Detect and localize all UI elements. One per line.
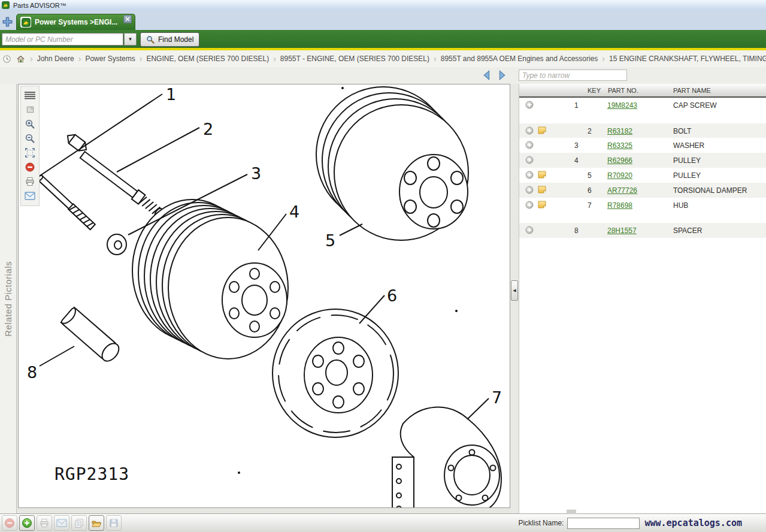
expand-row-icon[interactable]	[525, 126, 534, 135]
model-search-input[interactable]	[2, 33, 123, 46]
diagram-callout-8[interactable]: 8	[27, 363, 37, 382]
part-key: 6	[588, 183, 602, 195]
diagram-callout-1[interactable]: 1	[166, 85, 176, 104]
breadcrumb-8955t-engine[interactable]: 8955T - ENGINE, OEM (SERIES 700 DIESEL)	[280, 55, 429, 63]
model-dropdown-button[interactable]: ▼	[124, 33, 137, 46]
table-row[interactable]: 7 R78698 HUB	[519, 198, 766, 223]
part-spacer	[60, 307, 122, 364]
table-row[interactable]: 1 19M8243 CAP SCREW	[519, 98, 766, 123]
picklist-name-label: Picklist Name:	[518, 519, 564, 527]
picklist-name-input[interactable]	[567, 518, 640, 529]
narrow-filter-input[interactable]	[519, 69, 627, 81]
zoom-out-icon[interactable]	[23, 132, 37, 144]
add-icon[interactable]	[19, 515, 35, 531]
part-name: BOLT	[673, 123, 691, 135]
print-icon[interactable]	[37, 515, 52, 531]
note-icon[interactable]	[538, 186, 546, 194]
zoom-in-icon[interactable]	[23, 117, 37, 130]
john-deere-logo-icon	[20, 17, 31, 28]
expand-row-icon[interactable]	[525, 186, 534, 194]
part-name: HUB	[673, 198, 688, 210]
breadcrumb-engine-oem[interactable]: ENGINE, OEM (SERIES 700 DIESEL)	[146, 55, 269, 63]
save-icon[interactable]	[106, 515, 122, 531]
part-name: WASHER	[673, 138, 704, 150]
part-number-link[interactable]: R63325	[607, 138, 667, 150]
breadcrumb-separator: ›	[602, 54, 605, 64]
expand-row-icon[interactable]	[525, 226, 534, 234]
note-icon[interactable]	[538, 126, 546, 134]
home-button[interactable]	[16, 55, 26, 64]
part-key: 1	[574, 98, 589, 110]
close-icon[interactable]	[123, 15, 132, 23]
breadcrumb-crankshaft-section[interactable]: 15 ENGINE CRANKSHAFT, FLYWHEEL, TIMING	[609, 55, 766, 63]
breadcrumb-separator: ›	[30, 54, 33, 64]
remove-icon[interactable]	[23, 161, 37, 173]
table-row[interactable]: 6 AR77726 TORSIONAL DAMPER	[519, 183, 766, 198]
forward-arrow-icon[interactable]	[496, 69, 509, 81]
table-header: KEY PART NO. PART NAME	[519, 84, 766, 98]
part-number-link[interactable]: R63182	[607, 123, 667, 135]
breadcrumb-8955t-accessories[interactable]: 8955T and 8955A OEM Engines and Accessor…	[441, 55, 598, 63]
open-folder-icon[interactable]	[89, 515, 104, 531]
report-icon[interactable]	[71, 515, 87, 531]
part-torsional-damper	[273, 309, 398, 437]
diagram-callout-3[interactable]: 3	[251, 164, 261, 183]
pictorial-icon[interactable]	[23, 103, 37, 116]
zoom-fit-icon[interactable]	[23, 146, 37, 159]
menu-icon[interactable]	[23, 89, 37, 101]
part-number-link[interactable]: 19M8243	[607, 98, 667, 110]
part-key: 7	[588, 198, 602, 210]
table-row[interactable]: 5 R70920 PULLEY	[519, 168, 766, 183]
part-number-link[interactable]: R70920	[607, 168, 667, 180]
related-pictorials-label: Related Pictorials	[3, 261, 13, 337]
email-icon[interactable]	[23, 189, 37, 202]
note-icon[interactable]	[538, 171, 546, 179]
resize-grip[interactable]	[567, 510, 576, 513]
table-row[interactable]: 2 R63182 BOLT	[519, 123, 766, 138]
expand-row-icon[interactable]	[525, 156, 534, 164]
part-key: 3	[574, 138, 589, 150]
collapse-panel-icon[interactable]: ◀	[511, 280, 518, 301]
table-row[interactable]: 4 R62966 PULLEY	[519, 153, 766, 168]
find-model-button[interactable]: Find Model	[140, 32, 199, 47]
part-washer	[107, 234, 126, 255]
part-number-link[interactable]: R78698	[607, 198, 667, 210]
note-icon[interactable]	[538, 201, 546, 208]
part-name: TORSIONAL DAMPER	[673, 183, 747, 195]
expand-row-icon[interactable]	[525, 201, 534, 209]
home-icon	[16, 55, 26, 64]
part-stud	[37, 174, 95, 230]
diagram-callout-6[interactable]: 6	[387, 286, 397, 305]
parts-table: KEY PART NO. PART NAME 1 19M8243 CAP SCR…	[519, 84, 766, 513]
find-model-label: Find Model	[158, 35, 193, 44]
part-number-link[interactable]: AR77726	[607, 183, 667, 195]
breadcrumb-john-deere[interactable]: John Deere	[37, 55, 74, 63]
table-row[interactable]: 3 R63325 WASHER	[519, 138, 766, 153]
breadcrumb-separator: ›	[78, 54, 81, 64]
table-row[interactable]: 8 28H1557 SPACER	[519, 223, 766, 238]
remove-icon[interactable]	[2, 515, 17, 531]
back-arrow-icon[interactable]	[481, 69, 494, 81]
part-number-link[interactable]: 28H1557	[607, 223, 667, 235]
expand-row-icon[interactable]	[525, 101, 534, 109]
email-icon[interactable]	[54, 515, 69, 531]
diagram-callout-7[interactable]: 7	[492, 388, 502, 407]
part-pulley-5	[316, 87, 468, 240]
diagram-callout-5[interactable]: 5	[325, 231, 335, 250]
history-button[interactable]	[2, 55, 11, 64]
breadcrumb-power-systems[interactable]: Power Systems	[85, 55, 135, 63]
tab-bar: Power Systems >ENGI...	[0, 10, 766, 30]
part-number-link[interactable]: R62966	[607, 153, 667, 165]
diagram-callout-2[interactable]: 2	[203, 120, 213, 138]
diagram-callout-4[interactable]: 4	[289, 202, 299, 221]
breadcrumb-separator: ›	[140, 54, 143, 64]
expand-row-icon[interactable]	[525, 141, 534, 149]
related-pictorials-panel[interactable]: Related Pictorials	[0, 84, 17, 513]
part-name: PULLEY	[673, 153, 701, 165]
expand-row-icon[interactable]	[525, 171, 534, 179]
print-icon[interactable]	[23, 175, 37, 188]
parts-diagram[interactable]: .ln{stroke:#141414;stroke-width:2;fill:n…	[19, 84, 510, 507]
add-tab-button[interactable]	[2, 16, 14, 28]
tab-power-systems[interactable]: Power Systems >ENGI...	[16, 14, 135, 30]
part-key: 4	[574, 153, 589, 165]
